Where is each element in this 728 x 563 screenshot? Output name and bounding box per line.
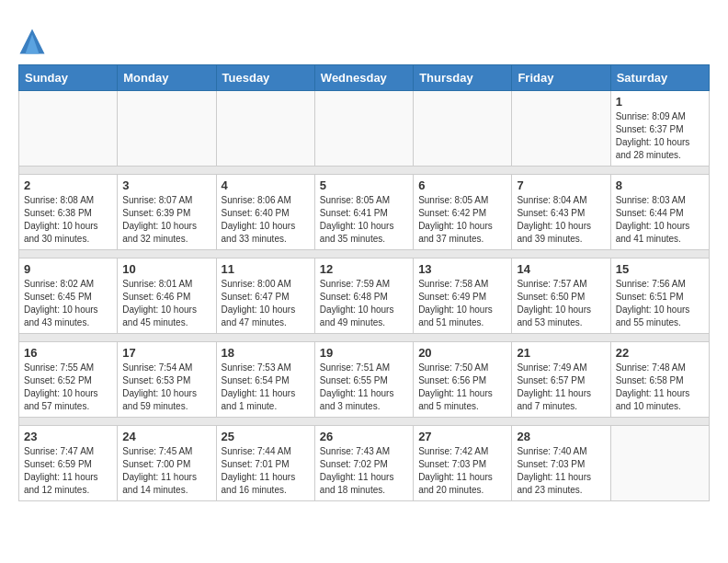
- day-info: Sunrise: 8:02 AM Sunset: 6:45 PM Dayligh…: [24, 278, 112, 329]
- logo-icon: [18, 28, 46, 55]
- day-cell: 14Sunrise: 7:57 AM Sunset: 6:50 PM Dayli…: [512, 259, 610, 334]
- day-info: Sunrise: 8:09 AM Sunset: 6:37 PM Dayligh…: [616, 110, 704, 162]
- day-cell: 27Sunrise: 7:42 AM Sunset: 7:03 PM Dayli…: [414, 426, 512, 501]
- day-cell: 28Sunrise: 7:40 AM Sunset: 7:03 PM Dayli…: [512, 426, 610, 501]
- day-info: Sunrise: 8:00 AM Sunset: 6:47 PM Dayligh…: [222, 278, 310, 329]
- day-cell: 6Sunrise: 8:05 AM Sunset: 6:42 PM Daylig…: [414, 175, 512, 250]
- day-cell: 15Sunrise: 7:56 AM Sunset: 6:51 PM Dayli…: [610, 259, 709, 334]
- day-info: Sunrise: 7:45 AM Sunset: 7:00 PM Dayligh…: [122, 445, 210, 497]
- day-number: 26: [320, 430, 408, 443]
- day-info: Sunrise: 7:59 AM Sunset: 6:48 PM Dayligh…: [320, 278, 408, 329]
- day-cell: 3Sunrise: 8:07 AM Sunset: 6:39 PM Daylig…: [118, 175, 216, 250]
- day-info: Sunrise: 7:51 AM Sunset: 6:55 PM Dayligh…: [320, 362, 408, 413]
- day-number: 9: [24, 262, 112, 276]
- day-info: Sunrise: 8:08 AM Sunset: 6:38 PM Dayligh…: [24, 194, 112, 246]
- day-cell: 26Sunrise: 7:43 AM Sunset: 7:02 PM Dayli…: [314, 426, 413, 501]
- day-cell: 18Sunrise: 7:53 AM Sunset: 6:54 PM Dayli…: [216, 342, 314, 418]
- day-number: 28: [517, 430, 605, 443]
- week-separator: [19, 167, 710, 175]
- day-cell: [19, 91, 118, 167]
- day-cell: 20Sunrise: 7:50 AM Sunset: 6:56 PM Dayli…: [414, 342, 512, 418]
- day-info: Sunrise: 7:58 AM Sunset: 6:49 PM Dayligh…: [418, 278, 506, 329]
- day-number: 23: [24, 430, 112, 443]
- day-cell: 1Sunrise: 8:09 AM Sunset: 6:37 PM Daylig…: [610, 91, 709, 167]
- day-info: Sunrise: 7:43 AM Sunset: 7:02 PM Dayligh…: [320, 445, 408, 497]
- day-header-tuesday: Tuesday: [216, 65, 314, 91]
- day-number: 10: [122, 262, 210, 276]
- week-row-4: 16Sunrise: 7:55 AM Sunset: 6:52 PM Dayli…: [19, 342, 710, 418]
- day-number: 19: [320, 346, 408, 360]
- day-cell: 11Sunrise: 8:00 AM Sunset: 6:47 PM Dayli…: [216, 259, 314, 334]
- day-info: Sunrise: 8:07 AM Sunset: 6:39 PM Dayligh…: [122, 194, 210, 246]
- day-info: Sunrise: 7:56 AM Sunset: 6:51 PM Dayligh…: [616, 278, 704, 329]
- day-number: 4: [222, 178, 310, 192]
- day-number: 22: [616, 346, 704, 360]
- day-number: 18: [222, 346, 310, 360]
- day-cell: [314, 91, 413, 167]
- day-info: Sunrise: 8:05 AM Sunset: 6:41 PM Dayligh…: [320, 194, 408, 246]
- day-info: Sunrise: 7:47 AM Sunset: 6:59 PM Dayligh…: [24, 445, 112, 497]
- day-cell: [216, 91, 314, 167]
- day-cell: 19Sunrise: 7:51 AM Sunset: 6:55 PM Dayli…: [314, 342, 413, 418]
- day-info: Sunrise: 7:50 AM Sunset: 6:56 PM Dayligh…: [418, 362, 506, 413]
- day-cell: 22Sunrise: 7:48 AM Sunset: 6:58 PM Dayli…: [610, 342, 709, 418]
- day-number: 12: [320, 262, 408, 276]
- day-header-friday: Friday: [512, 65, 610, 91]
- day-info: Sunrise: 7:53 AM Sunset: 6:54 PM Dayligh…: [222, 362, 310, 413]
- day-cell: 2Sunrise: 8:08 AM Sunset: 6:38 PM Daylig…: [19, 175, 118, 250]
- day-info: Sunrise: 7:55 AM Sunset: 6:52 PM Dayligh…: [24, 362, 112, 413]
- day-number: 25: [222, 430, 310, 443]
- day-number: 13: [418, 262, 506, 276]
- week-separator: [19, 250, 710, 259]
- day-info: Sunrise: 7:42 AM Sunset: 7:03 PM Dayligh…: [418, 445, 506, 497]
- day-cell: 10Sunrise: 8:01 AM Sunset: 6:46 PM Dayli…: [118, 259, 216, 334]
- day-cell: 4Sunrise: 8:06 AM Sunset: 6:40 PM Daylig…: [216, 175, 314, 250]
- day-cell: 8Sunrise: 8:03 AM Sunset: 6:44 PM Daylig…: [610, 175, 709, 250]
- day-number: 8: [616, 178, 704, 192]
- day-cell: 16Sunrise: 7:55 AM Sunset: 6:52 PM Dayli…: [19, 342, 118, 418]
- week-row-5: 23Sunrise: 7:47 AM Sunset: 6:59 PM Dayli…: [19, 426, 710, 501]
- day-header-thursday: Thursday: [414, 65, 512, 91]
- day-number: 2: [24, 178, 112, 192]
- week-separator: [19, 334, 710, 342]
- day-number: 7: [517, 178, 605, 192]
- day-cell: 5Sunrise: 8:05 AM Sunset: 6:41 PM Daylig…: [314, 175, 413, 250]
- week-row-3: 9Sunrise: 8:02 AM Sunset: 6:45 PM Daylig…: [19, 259, 710, 334]
- calendar: SundayMondayTuesdayWednesdayThursdayFrid…: [18, 64, 710, 501]
- day-cell: 24Sunrise: 7:45 AM Sunset: 7:00 PM Dayli…: [118, 426, 216, 501]
- day-info: Sunrise: 8:05 AM Sunset: 6:42 PM Dayligh…: [418, 194, 506, 246]
- day-cell: 17Sunrise: 7:54 AM Sunset: 6:53 PM Dayli…: [118, 342, 216, 418]
- day-info: Sunrise: 7:44 AM Sunset: 7:01 PM Dayligh…: [222, 445, 310, 497]
- day-cell: 13Sunrise: 7:58 AM Sunset: 6:49 PM Dayli…: [414, 259, 512, 334]
- day-header-saturday: Saturday: [610, 65, 709, 91]
- day-info: Sunrise: 8:06 AM Sunset: 6:40 PM Dayligh…: [222, 194, 310, 246]
- day-number: 11: [222, 262, 310, 276]
- day-number: 24: [122, 430, 210, 443]
- day-info: Sunrise: 8:04 AM Sunset: 6:43 PM Dayligh…: [517, 194, 605, 246]
- day-cell: [512, 91, 610, 167]
- day-header-sunday: Sunday: [19, 65, 118, 91]
- day-info: Sunrise: 8:01 AM Sunset: 6:46 PM Dayligh…: [122, 278, 210, 329]
- day-cell: 25Sunrise: 7:44 AM Sunset: 7:01 PM Dayli…: [216, 426, 314, 501]
- day-number: 6: [418, 178, 506, 192]
- day-cell: [414, 91, 512, 167]
- header: [18, 18, 710, 55]
- calendar-body: 1Sunrise: 8:09 AM Sunset: 6:37 PM Daylig…: [19, 91, 710, 501]
- day-info: Sunrise: 7:48 AM Sunset: 6:58 PM Dayligh…: [616, 362, 704, 413]
- calendar-header: SundayMondayTuesdayWednesdayThursdayFrid…: [19, 65, 710, 91]
- day-number: 15: [616, 262, 704, 276]
- day-number: 21: [517, 346, 605, 360]
- day-cell: 9Sunrise: 8:02 AM Sunset: 6:45 PM Daylig…: [19, 259, 118, 334]
- day-header-row: SundayMondayTuesdayWednesdayThursdayFrid…: [19, 65, 710, 91]
- day-number: 5: [320, 178, 408, 192]
- day-number: 17: [122, 346, 210, 360]
- day-info: Sunrise: 7:49 AM Sunset: 6:57 PM Dayligh…: [517, 362, 605, 413]
- logo: [18, 28, 50, 55]
- day-info: Sunrise: 7:57 AM Sunset: 6:50 PM Dayligh…: [517, 278, 605, 329]
- day-cell: [610, 426, 709, 501]
- day-number: 27: [418, 430, 506, 443]
- day-number: 16: [24, 346, 112, 360]
- day-number: 14: [517, 262, 605, 276]
- day-cell: 7Sunrise: 8:04 AM Sunset: 6:43 PM Daylig…: [512, 175, 610, 250]
- day-info: Sunrise: 8:03 AM Sunset: 6:44 PM Dayligh…: [616, 194, 704, 246]
